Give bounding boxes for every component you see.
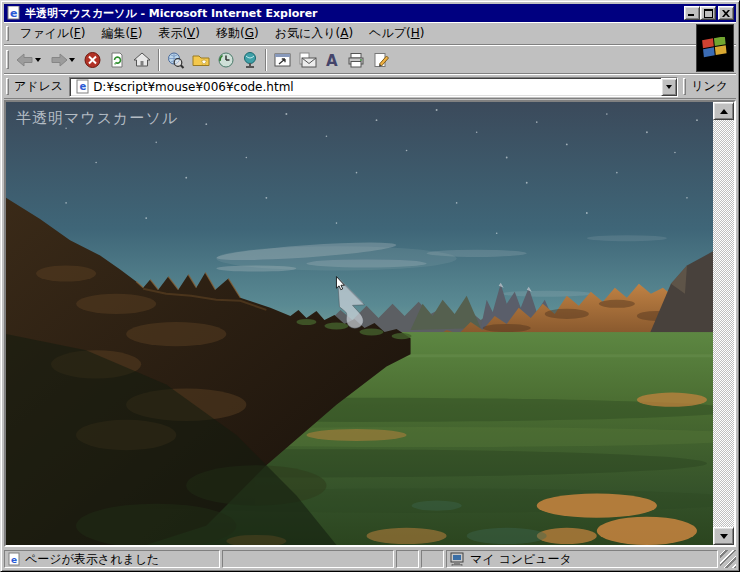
close-button[interactable] <box>718 6 734 20</box>
svg-text:A: A <box>326 52 338 68</box>
terrain-image <box>6 102 713 545</box>
fullscreen-button[interactable] <box>270 47 295 72</box>
favorites-icon <box>191 52 211 68</box>
command-bands: ファイル(F) 編集(E) 表示(V) 移動(G) お気に入り(A) ヘルプ(H… <box>4 22 736 74</box>
windows-flag-icon <box>702 37 728 59</box>
forward-icon <box>49 52 69 68</box>
print-button[interactable] <box>343 47 369 72</box>
toolbar-separator <box>265 49 267 71</box>
triangle-up-icon <box>720 109 728 114</box>
menu-help[interactable]: ヘルプ(H) <box>361 23 432 44</box>
history-icon <box>217 51 235 69</box>
browser-viewport: 半透明マウスカーソル <box>4 100 736 547</box>
links-band-grip[interactable] <box>683 78 686 94</box>
channels-button[interactable] <box>238 47 262 72</box>
my-computer-icon <box>450 552 466 566</box>
search-button[interactable] <box>163 47 188 72</box>
stop-button[interactable] <box>80 47 105 72</box>
address-input[interactable] <box>93 79 661 95</box>
favorites-button[interactable] <box>188 47 214 72</box>
links-label[interactable]: リンク <box>689 78 736 95</box>
web-page[interactable]: 半透明マウスカーソル <box>6 102 713 545</box>
status-small-panel <box>396 550 419 568</box>
fonts-icon: A <box>324 52 340 68</box>
status-text: ページが表示されました <box>25 551 159 568</box>
address-field[interactable]: e <box>69 77 678 97</box>
address-dropdown-button[interactable] <box>661 78 677 96</box>
page-icon: e <box>75 79 90 94</box>
edit-button[interactable] <box>369 47 393 72</box>
mail-button[interactable] <box>295 47 321 72</box>
security-zone-panel: マイ コンピュータ <box>446 550 718 568</box>
title-bar[interactable]: e 半透明マウスカーソル - Microsoft Internet Explor… <box>4 4 736 22</box>
menu-favorites[interactable]: お気に入り(A) <box>267 23 361 44</box>
mail-icon <box>298 52 318 68</box>
toolbar: A <box>4 45 736 74</box>
back-icon <box>15 52 35 68</box>
svg-text:e: e <box>10 7 17 20</box>
fonts-button[interactable]: A <box>321 47 343 72</box>
status-small-panel <box>421 550 444 568</box>
status-message-panel: e ページが表示されました <box>4 550 220 568</box>
menu-view[interactable]: 表示(V) <box>150 23 208 44</box>
forward-button[interactable] <box>46 47 80 72</box>
toolbar-separator <box>158 49 160 71</box>
fullscreen-icon <box>273 52 292 68</box>
scroll-down-button[interactable] <box>713 527 734 545</box>
window-controls <box>684 6 734 20</box>
edit-icon <box>372 52 390 68</box>
maximize-button[interactable] <box>700 6 716 20</box>
svg-text:e: e <box>11 555 17 565</box>
menu-bar: ファイル(F) 編集(E) 表示(V) 移動(G) お気に入り(A) ヘルプ(H… <box>4 22 736 45</box>
address-bar: アドレス e リンク <box>4 74 736 99</box>
refresh-icon <box>108 51 126 69</box>
refresh-button[interactable] <box>105 47 129 72</box>
back-button[interactable] <box>12 47 46 72</box>
address-label: アドレス <box>12 78 69 95</box>
window-title: 半透明マウスカーソル - Microsoft Internet Explorer <box>25 6 684 21</box>
triangle-down-icon <box>720 534 728 539</box>
home-button[interactable] <box>129 47 155 72</box>
scroll-up-button[interactable] <box>713 102 734 120</box>
history-button[interactable] <box>214 47 238 72</box>
forward-dropdown-icon[interactable] <box>69 58 75 62</box>
svg-text:e: e <box>80 81 87 92</box>
address-band-grip[interactable] <box>6 78 9 94</box>
search-icon <box>166 51 185 69</box>
ie-page-icon: e <box>8 552 21 566</box>
status-empty-panel <box>222 550 394 568</box>
print-icon <box>346 52 366 68</box>
windows-logo-throbber <box>696 24 734 72</box>
channels-icon <box>241 51 259 69</box>
resize-grip[interactable] <box>720 550 736 568</box>
menu-band-grip[interactable] <box>6 26 9 41</box>
zone-text: マイ コンピュータ <box>470 551 572 568</box>
ie-window: e 半透明マウスカーソル - Microsoft Internet Explor… <box>0 0 740 572</box>
menu-file[interactable]: ファイル(F) <box>12 23 93 44</box>
vertical-scrollbar[interactable] <box>713 102 734 545</box>
scrollbar-track[interactable] <box>713 120 734 527</box>
menu-edit[interactable]: 編集(E) <box>93 23 150 44</box>
toolbar-band-grip[interactable] <box>6 50 9 69</box>
status-bar: e ページが表示されました マイ コンピュータ <box>4 548 736 568</box>
home-icon <box>132 51 152 68</box>
stop-icon <box>83 51 102 69</box>
page-heading: 半透明マウスカーソル <box>16 109 178 128</box>
ie-logo-icon: e <box>6 6 22 20</box>
minimize-button[interactable] <box>684 6 700 20</box>
chevron-down-icon <box>666 85 672 89</box>
back-dropdown-icon[interactable] <box>35 58 41 62</box>
menu-go[interactable]: 移動(G) <box>208 23 267 44</box>
